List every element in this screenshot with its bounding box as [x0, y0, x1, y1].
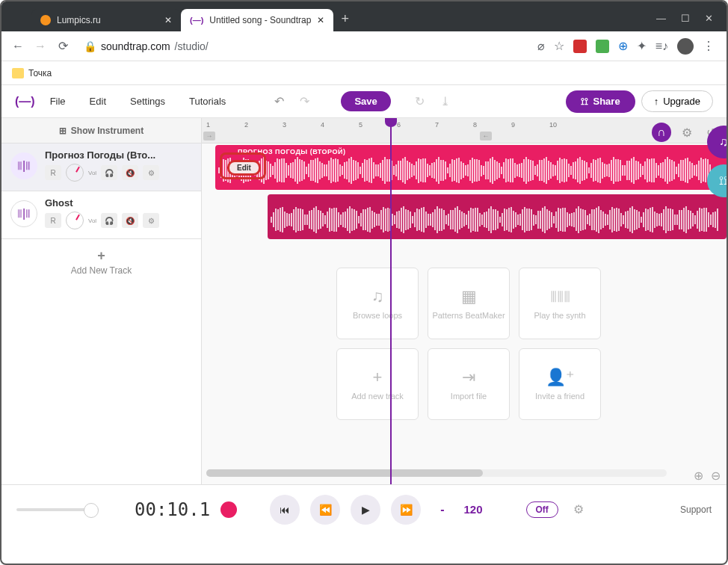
rewind-icon[interactable]: ⏪: [310, 495, 340, 525]
close-icon[interactable]: ✕: [705, 13, 713, 24]
hint-card[interactable]: +Add new track: [336, 348, 419, 420]
waveform-icon: ⦀|⦀: [10, 200, 37, 227]
metronome-toggle[interactable]: Off: [526, 501, 558, 518]
playhead[interactable]: [390, 118, 392, 484]
menu-icon[interactable]: ⋮: [703, 39, 715, 53]
fx-icon[interactable]: ⚙: [143, 213, 159, 228]
scrollbar-thumb[interactable]: [206, 469, 483, 477]
translate-icon[interactable]: ⌀: [537, 39, 545, 53]
headphones-icon[interactable]: 🎧: [101, 213, 117, 228]
hint-icon: ⦀⦀⦀: [550, 287, 570, 306]
zoom-in-icon[interactable]: ⊕: [694, 469, 703, 483]
avatar[interactable]: [677, 38, 694, 55]
hint-card[interactable]: ▦Patterns BeatMaker: [428, 268, 510, 339]
fast-forward-icon[interactable]: ⏩: [391, 495, 421, 525]
show-instrument-button[interactable]: ⊞ Show Instrument: [1, 118, 201, 143]
menu-settings[interactable]: Settings: [121, 91, 174, 111]
download-icon[interactable]: ⤓: [436, 92, 455, 111]
skip-start-icon[interactable]: ⏮: [270, 495, 300, 525]
support-link[interactable]: Support: [680, 504, 712, 515]
reload-icon[interactable]: ⟳: [54, 37, 72, 55]
zoom-out-icon[interactable]: ⊖: [711, 469, 721, 483]
forward-icon[interactable]: →: [31, 37, 49, 55]
vol-label: Vol: [88, 170, 96, 176]
transport-bar: 00:10.1 ⏮ ⏪ ▶ ⏩ - 120 Off ⚙ Support: [1, 484, 727, 534]
play-icon[interactable]: ▶: [351, 495, 380, 525]
menu-edit[interactable]: Edit: [81, 91, 115, 111]
waveform: [215, 157, 727, 184]
horizontal-scrollbar[interactable]: [206, 469, 667, 477]
ruler-mark: 1: [206, 121, 210, 129]
show-instrument-label: Show Instrument: [71, 126, 144, 136]
loop-icon[interactable]: ∩: [652, 123, 671, 142]
ext-icon[interactable]: [596, 40, 609, 53]
upgrade-label: Upgrade: [663, 96, 700, 107]
hint-card[interactable]: ⇥Import file: [428, 348, 510, 420]
app-logo[interactable]: (—): [15, 95, 35, 108]
grid-icon: ⊞: [59, 126, 67, 136]
audio-clip[interactable]: ПРОГНОЗ ПОГОДЫ (ВТОРОЙ): [215, 145, 727, 190]
redo-icon[interactable]: ↷: [294, 92, 314, 111]
globe-icon[interactable]: ⊕: [618, 39, 628, 53]
scroll-left-icon[interactable]: →: [203, 132, 215, 141]
hint-label: Patterns BeatMaker: [432, 311, 505, 320]
master-volume-slider[interactable]: [16, 508, 99, 511]
fx-icon[interactable]: ⚙: [143, 165, 159, 180]
hint-label: Browse loops: [353, 311, 402, 320]
timeline-ruler[interactable]: → ← ∩ ⚙ ↺ 12345678910: [202, 118, 727, 143]
back-icon[interactable]: ←: [9, 37, 27, 55]
track-name: Ghost: [45, 197, 179, 209]
volume-knob[interactable]: [66, 212, 84, 229]
browser-tab[interactable]: Lumpics.ru ✕: [31, 9, 181, 31]
track-name: Прогноз Погоды (Вто...: [45, 149, 179, 161]
playlist-icon[interactable]: ≡♪: [655, 40, 668, 53]
maximize-icon[interactable]: ☐: [681, 13, 690, 24]
upgrade-button[interactable]: ↑Upgrade: [641, 90, 713, 112]
record-arm-button[interactable]: R: [45, 165, 61, 180]
menu-tutorials[interactable]: Tutorials: [180, 91, 235, 111]
hint-icon: +: [373, 368, 383, 387]
hint-card[interactable]: ♫Browse loops: [336, 268, 419, 339]
timeline-area[interactable]: → ← ∩ ⚙ ↺ 12345678910 ПРОГНОЗ ПОГОДЫ (ВТ…: [202, 118, 727, 484]
hint-card[interactable]: ⦀⦀⦀Play the synth: [519, 268, 601, 339]
refresh-icon[interactable]: ↻: [410, 92, 430, 111]
puzzle-icon[interactable]: ✦: [637, 39, 647, 53]
people-icon: ⟟⟟: [581, 96, 588, 108]
gear-icon[interactable]: ⚙: [573, 502, 584, 516]
ext-icon[interactable]: [573, 40, 587, 53]
browser-tab-active[interactable]: (—) Untitled song - Soundtrap ✕: [181, 9, 333, 31]
mute-icon[interactable]: 🔇: [122, 165, 138, 180]
hint-icon: ♫: [371, 287, 384, 306]
track-item[interactable]: ⦀|⦀ Прогноз Погоды (Вто... R Vol 🎧 🔇 ⚙: [1, 143, 201, 191]
bpm-display[interactable]: 120: [463, 503, 482, 516]
key-display[interactable]: -: [431, 503, 453, 516]
hint-icon: ⇥: [462, 368, 475, 387]
star-icon[interactable]: ☆: [554, 39, 564, 53]
hint-card[interactable]: 👤⁺Invite a friend: [519, 348, 601, 420]
undo-icon[interactable]: ↶: [269, 92, 289, 111]
close-icon[interactable]: ✕: [317, 15, 324, 25]
url-field[interactable]: 🔒 soundtrap.com/studio/: [76, 37, 528, 55]
save-button[interactable]: Save: [341, 91, 390, 111]
volume-knob[interactable]: [66, 164, 84, 182]
marker-icon[interactable]: ←: [480, 132, 492, 141]
hint-icon: 👤⁺: [546, 368, 575, 387]
menu-file[interactable]: File: [41, 91, 75, 111]
share-button[interactable]: ⟟⟟Share: [566, 90, 635, 113]
bookmark-item[interactable]: Точка: [28, 68, 52, 78]
edit-button[interactable]: Edit: [227, 160, 261, 176]
close-icon[interactable]: ✕: [164, 15, 172, 25]
hint-label: Add new track: [351, 392, 404, 401]
record-arm-button[interactable]: R: [45, 213, 61, 228]
mute-icon[interactable]: 🔇: [122, 213, 138, 228]
record-button[interactable]: [220, 501, 237, 518]
share-label: Share: [593, 96, 620, 107]
gear-icon[interactable]: ⚙: [679, 124, 695, 141]
add-track-button[interactable]: + Add New Track: [1, 239, 201, 284]
headphones-icon[interactable]: 🎧: [101, 165, 117, 180]
ruler-mark: 9: [511, 121, 515, 129]
new-tab-button[interactable]: +: [333, 7, 357, 31]
track-item[interactable]: ⦀|⦀ Ghost R Vol 🎧 🔇 ⚙: [1, 191, 201, 239]
minimize-icon[interactable]: —: [656, 13, 666, 24]
audio-clip[interactable]: [268, 194, 727, 239]
